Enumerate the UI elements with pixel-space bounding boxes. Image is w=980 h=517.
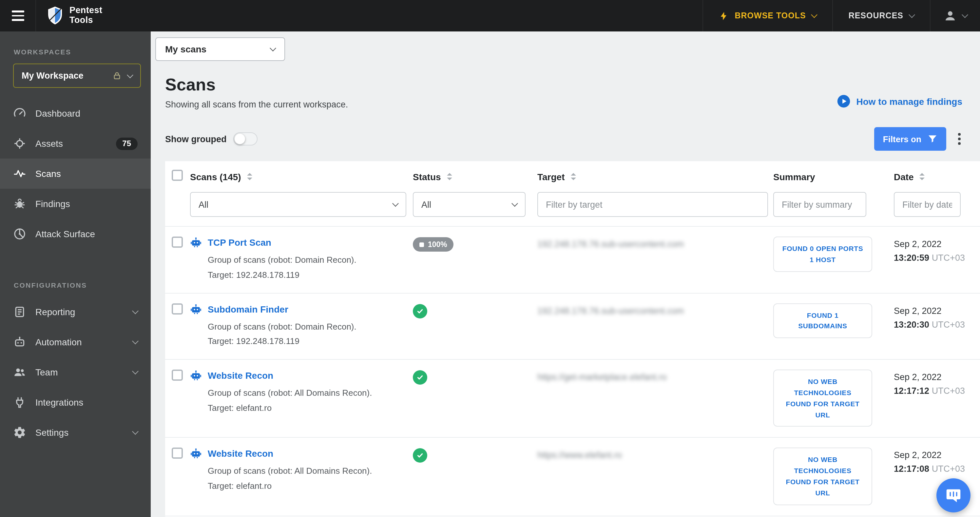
select-all-checkbox[interactable]	[172, 170, 183, 181]
logo-text: Pentest Tools	[70, 6, 102, 25]
status-success-badge	[413, 370, 427, 385]
resources-menu[interactable]: RESOURCES	[832, 0, 929, 32]
dashboard-icon	[13, 107, 26, 120]
table-row: Website Recon Group of scans (robot: All…	[165, 437, 980, 515]
status-progress-badge: 100%	[413, 237, 454, 251]
logo[interactable]: Pentest Tools	[36, 0, 113, 32]
sidebar-item-team[interactable]: Team	[0, 357, 151, 387]
date-cell: Sep 2, 2022 13:20:30 UTC+03	[894, 304, 980, 332]
check-icon	[416, 374, 424, 381]
table-row: Website Recon Group of scans (robot: All…	[165, 359, 980, 437]
check-icon	[416, 452, 424, 460]
show-grouped-toggle[interactable]	[233, 132, 258, 145]
sidebar-item-label: Assets	[35, 138, 63, 149]
column-header-target[interactable]: Target	[537, 171, 773, 182]
scan-name-link[interactable]: Subdomain Finder	[208, 304, 288, 314]
user-avatar-icon	[943, 9, 956, 22]
scan-type-filter-select[interactable]: All	[190, 192, 406, 217]
row-checkbox[interactable]	[172, 237, 183, 248]
sidebar-item-integrations[interactable]: Integrations	[0, 387, 151, 417]
gear-icon	[13, 426, 26, 439]
sidebar-item-label: Settings	[35, 427, 68, 438]
sidebar-item-reporting[interactable]: Reporting	[0, 297, 151, 327]
chevron-down-icon	[132, 368, 138, 374]
sidebar-item-dashboard[interactable]: Dashboard	[0, 98, 151, 129]
date-cell: Sep 2, 2022 12:17:12 UTC+03	[894, 371, 980, 398]
row-checkbox[interactable]	[172, 448, 183, 459]
app: Pentest Tools BROWSE TOOLS RESOURCES WOR…	[0, 0, 980, 517]
row-checkbox[interactable]	[172, 303, 183, 314]
column-header-status[interactable]: Status	[413, 171, 537, 182]
sidebar-item-label: Dashboard	[35, 108, 80, 119]
target-redacted-text: 192.248.178.76.sub-usercontent.com	[537, 306, 767, 315]
summary-filter-input[interactable]	[773, 192, 866, 217]
radar-icon	[13, 227, 26, 240]
sidebar-item-label: Reporting	[35, 307, 75, 317]
sort-icon	[571, 173, 576, 180]
how-to-manage-findings-link[interactable]: How to manage findings	[837, 94, 962, 108]
configurations-section-label: CONFIGURATIONS	[14, 281, 151, 289]
shield-logo-icon	[46, 6, 64, 25]
status-success-badge	[413, 304, 427, 318]
table-header-row: Scans (145) Status Target Summary Date	[165, 161, 980, 191]
hamburger-menu-icon[interactable]	[0, 0, 36, 32]
sidebar-item-label: Integrations	[35, 397, 83, 407]
scan-scope-dropdown[interactable]: My scans	[155, 37, 285, 61]
sidebar-item-label: Automation	[35, 337, 82, 347]
summary-box: NO WEB TECHNOLOGIES FOUND FOR TARGET URL	[773, 448, 872, 505]
column-header-date[interactable]: Date	[894, 171, 980, 182]
help-link-label: How to manage findings	[856, 96, 962, 107]
report-icon	[13, 305, 26, 318]
time-text: 13:20:30	[894, 320, 929, 329]
scan-target-line: Target: 192.248.178.119	[208, 335, 413, 349]
target-redacted-text: https://get-marketplace.elefant.ro	[537, 372, 767, 382]
sidebar-item-label: Attack Surface	[35, 229, 95, 239]
browse-tools-menu[interactable]: BROWSE TOOLS	[703, 0, 832, 32]
chevron-down-icon	[908, 11, 915, 18]
team-icon	[13, 366, 26, 379]
target-filter-input[interactable]	[537, 192, 768, 217]
table-row: TCP Port Scan Group of scans (robot: Dom…	[165, 226, 980, 293]
column-header-scans[interactable]: Scans (145)	[190, 171, 413, 182]
scan-name-link[interactable]: Website Recon	[208, 370, 273, 381]
sidebar: WORKSPACES My Workspace Dashboard Assets…	[0, 32, 151, 517]
sidebar-item-scans[interactable]: Scans	[0, 159, 151, 189]
sidebar-item-label: Team	[35, 367, 58, 377]
bug-icon	[13, 197, 26, 210]
status-success-badge	[413, 449, 427, 463]
sidebar-item-settings[interactable]: Settings	[0, 417, 151, 447]
sort-icon	[920, 173, 925, 180]
scan-name-link[interactable]: TCP Port Scan	[208, 237, 271, 248]
status-filter-select[interactable]: All	[413, 192, 525, 217]
workspaces-section-label: WORKSPACES	[14, 48, 151, 56]
lightning-icon	[719, 11, 729, 21]
sidebar-item-findings[interactable]: Findings	[0, 189, 151, 219]
robot-group-icon	[190, 448, 202, 460]
page-title: Scans	[165, 75, 348, 95]
more-options-icon[interactable]	[955, 130, 963, 148]
sidebar-config-nav: Reporting Automation Team Integrations S…	[0, 297, 151, 447]
scan-description: Group of scans (robot: Domain Recon).	[208, 320, 413, 334]
account-menu[interactable]	[929, 0, 980, 32]
table-row: Subdomain Finder Group of scans (robot: …	[165, 293, 980, 359]
sidebar-nav: Dashboard Assets 75 Scans Findings Attac…	[0, 98, 151, 249]
column-header-label: Target	[537, 171, 565, 182]
table-filter-row: All All	[165, 191, 980, 226]
scan-target-line: Target: elefant.ro	[208, 480, 413, 493]
column-header-label: Date	[894, 171, 914, 182]
time-text: 12:17:12	[894, 386, 929, 396]
date-text: Sep 2, 2022	[894, 304, 980, 318]
chat-widget-button[interactable]	[936, 478, 970, 512]
sidebar-item-attack-surface[interactable]: Attack Surface	[0, 219, 151, 249]
sidebar-item-assets[interactable]: Assets 75	[0, 129, 151, 159]
sidebar-item-automation[interactable]: Automation	[0, 327, 151, 357]
date-filter-input[interactable]	[894, 192, 961, 217]
chevron-down-icon	[270, 45, 276, 51]
row-checkbox[interactable]	[172, 369, 183, 381]
workspace-selector[interactable]: My Workspace	[13, 64, 141, 88]
lock-icon	[112, 71, 122, 81]
scan-name-link[interactable]: Website Recon	[208, 449, 273, 459]
time-text: 12:17:08	[894, 464, 929, 474]
page-subtitle: Showing all scans from the current works…	[165, 100, 348, 110]
filters-button[interactable]: Filters on	[875, 127, 946, 151]
